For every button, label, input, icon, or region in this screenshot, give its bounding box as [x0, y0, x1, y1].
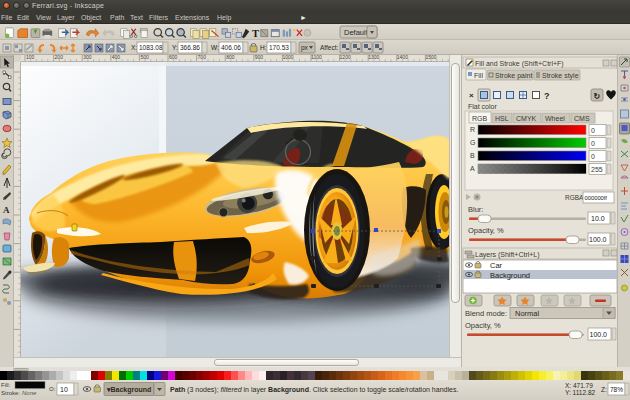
svg-text:1200: 1200: [340, 55, 351, 60]
svg-text:X:: X:: [131, 44, 137, 51]
svg-text:Default: Default: [344, 28, 369, 37]
svg-text:300: 300: [83, 55, 92, 60]
svg-text:1083.08: 1083.08: [139, 44, 163, 51]
svg-text:HSL: HSL: [495, 115, 509, 122]
svg-text:Y: 1112.82: Y: 1112.82: [565, 389, 596, 396]
svg-text:10.0: 10.0: [591, 215, 605, 222]
svg-text:700: 700: [198, 55, 207, 60]
svg-text:Flat color: Flat color: [468, 103, 497, 110]
svg-text:600: 600: [169, 55, 178, 60]
svg-text:Normal: Normal: [515, 309, 540, 318]
svg-text:Opacity, %: Opacity, %: [468, 226, 504, 235]
svg-text:Fill: Fill: [474, 72, 483, 79]
svg-text:170.53: 170.53: [269, 44, 289, 51]
svg-text:×: ×: [469, 91, 474, 100]
svg-text:0: 0: [591, 127, 595, 134]
svg-text:1100: 1100: [311, 55, 322, 60]
svg-text:Y:: Y:: [172, 44, 178, 51]
svg-text:10: 10: [60, 386, 68, 393]
svg-text:Blur:: Blur:: [468, 205, 483, 214]
svg-text:A: A: [470, 165, 475, 172]
svg-text:1300: 1300: [368, 55, 379, 60]
svg-text:Stroke:: Stroke:: [1, 390, 20, 396]
svg-text:1400: 1400: [397, 55, 408, 60]
svg-text:Car: Car: [490, 261, 503, 270]
svg-text:Affect:: Affect:: [320, 44, 339, 51]
svg-text:800: 800: [226, 55, 235, 60]
svg-text:Background: Background: [490, 271, 530, 280]
svg-text:406.06: 406.06: [221, 44, 241, 51]
svg-text:Fill:: Fill:: [1, 382, 11, 388]
svg-text:CMS: CMS: [574, 115, 590, 122]
svg-text:Stroke style: Stroke style: [542, 72, 579, 80]
svg-text:Layers (Shift+Ctrl+L): Layers (Shift+Ctrl+L): [475, 251, 540, 259]
svg-text:Wheel: Wheel: [545, 115, 565, 122]
svg-text:RGBA:: RGBA:: [565, 194, 585, 201]
svg-text:255: 255: [591, 166, 603, 173]
svg-text:100.0: 100.0: [589, 236, 607, 243]
svg-text:H:: H:: [260, 44, 267, 51]
svg-text:Fill and Stroke (Shift+Ctrl+F): Fill and Stroke (Shift+Ctrl+F): [475, 60, 564, 68]
svg-text:↻: ↻: [594, 92, 601, 101]
svg-text:Path (3 nodes); filtered in la: Path (3 nodes); filtered in layer Backgr…: [170, 386, 458, 394]
svg-text:O:: O:: [49, 386, 56, 392]
svg-text:100.0: 100.0: [590, 331, 608, 338]
svg-text:000000ff: 000000ff: [585, 195, 608, 201]
svg-text:900: 900: [255, 55, 264, 60]
svg-text:500: 500: [140, 55, 149, 60]
svg-text:366.86: 366.86: [180, 44, 200, 51]
svg-text:Blend mode:: Blend mode:: [465, 309, 507, 318]
svg-text:X: 471.79: X: 471.79: [565, 382, 593, 389]
svg-text:78%: 78%: [610, 386, 623, 393]
svg-text:RGB: RGB: [472, 115, 488, 122]
svg-text:400: 400: [112, 55, 121, 60]
svg-text:Z:: Z:: [601, 386, 607, 393]
svg-text:px: px: [301, 44, 309, 52]
svg-text:G: G: [470, 139, 475, 146]
svg-text:T: T: [252, 28, 259, 39]
svg-text:CMYK: CMYK: [516, 115, 537, 122]
svg-text:100: 100: [26, 55, 35, 60]
svg-text:200: 200: [55, 55, 64, 60]
svg-text:W:: W:: [211, 44, 219, 51]
svg-text:0: 0: [591, 153, 595, 160]
svg-text:None: None: [22, 390, 37, 396]
svg-text:R: R: [470, 126, 475, 133]
svg-text:0: 0: [591, 140, 595, 147]
svg-text:1500: 1500: [425, 55, 436, 60]
svg-text:Stroke paint: Stroke paint: [495, 72, 532, 80]
svg-text:A: A: [3, 205, 10, 215]
svg-text:1000: 1000: [282, 55, 293, 60]
svg-text:Opacity, %: Opacity, %: [465, 321, 501, 330]
svg-text:B: B: [470, 152, 475, 159]
svg-text:▾Background: ▾Background: [106, 386, 151, 394]
svg-text:?: ?: [544, 91, 550, 101]
